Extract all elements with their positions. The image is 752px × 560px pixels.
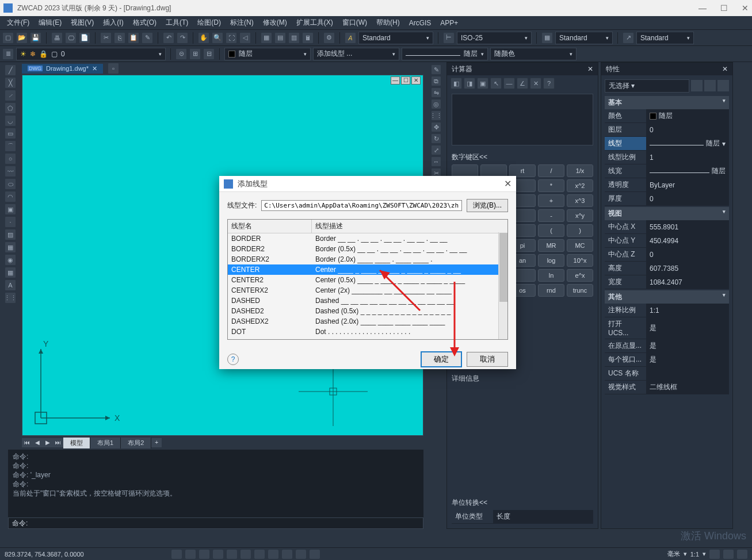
zoom-prev-icon[interactable]: ◁	[239, 32, 251, 44]
calc-key[interactable]: e^x	[567, 269, 593, 282]
toggle-pim-icon[interactable]	[717, 80, 729, 91]
tab-last-icon[interactable]: ⏭	[53, 438, 63, 447]
menu-item[interactable]: 标注(N)	[227, 17, 257, 29]
detail-header[interactable]: 详细信息	[452, 374, 593, 383]
linetype-row[interactable]: BORDERX2Border (2.0x) ____ ____ . ____ _…	[228, 254, 507, 264]
layer-iso-icon[interactable]: ⊞	[189, 48, 201, 60]
calc-key[interactable]: MC	[567, 239, 593, 252]
copy2-icon[interactable]: ⧉	[431, 76, 441, 86]
menu-item[interactable]: 文件(F)	[3, 17, 33, 29]
tab-first-icon[interactable]: ⏮	[22, 438, 32, 447]
calc-key[interactable]: /	[538, 164, 564, 177]
calc-key[interactable]: *	[538, 179, 564, 192]
dialog-close-icon[interactable]: ✕	[504, 178, 511, 189]
tab-add-icon[interactable]: +	[151, 438, 162, 447]
erase-icon[interactable]: ✎	[431, 64, 441, 75]
list-scrollbar[interactable]	[498, 232, 507, 339]
unit-conv-header[interactable]: 单位转换<<	[452, 498, 593, 508]
ws-icon[interactable]	[709, 550, 720, 559]
linetype-dropdown[interactable]: 添加线型 ...	[313, 48, 399, 60]
prop-ucs1-value[interactable]: 是	[646, 317, 729, 339]
prop-transp-value[interactable]: ByLayer	[646, 178, 729, 191]
layer-props-icon[interactable]: ≣	[2, 48, 14, 60]
undo-icon[interactable]: ↶	[163, 32, 174, 44]
prop-vstyle-value[interactable]: 二维线框	[646, 381, 729, 394]
calc-key[interactable]	[452, 164, 478, 177]
calc-key[interactable]	[480, 164, 507, 177]
linetype-row[interactable]: DASHEDDashed __ __ __ __ __ __ __ __ __ …	[228, 296, 507, 306]
menu-item[interactable]: 帮助(H)	[373, 17, 403, 29]
model-toggle[interactable]	[296, 550, 306, 559]
prop-cz-value[interactable]: 0	[646, 248, 729, 261]
tool-palette-icon[interactable]: ▥	[288, 32, 300, 44]
cancel-button[interactable]: 取消	[467, 352, 508, 367]
canvas-max-icon[interactable]: ☐	[401, 76, 410, 85]
otrack-toggle[interactable]	[241, 550, 251, 559]
linetype-row[interactable]: BORDER2Border (0.5x) __ __ . __ __ . __ …	[228, 244, 507, 254]
circle-icon[interactable]: ○	[5, 153, 16, 164]
prop-color-value[interactable]: 随层	[646, 109, 729, 122]
props-icon[interactable]: ▦	[261, 32, 272, 44]
ortho-toggle[interactable]	[199, 550, 209, 559]
prop-layer-value[interactable]: 0	[646, 123, 729, 136]
clean-icon[interactable]: ⚙	[323, 32, 335, 44]
select-obj-icon[interactable]	[704, 80, 716, 91]
numpad-header[interactable]: 数字键区<<	[452, 152, 593, 162]
calculator-display[interactable]	[452, 94, 593, 145]
point-icon[interactable]: ·	[5, 216, 16, 228]
prop-linetype-value[interactable]: 随层 ▾	[646, 137, 729, 150]
text-style-icon[interactable]: A	[345, 32, 356, 44]
menu-item[interactable]: 编辑(E)	[35, 17, 65, 29]
iso-icon[interactable]	[723, 550, 734, 559]
calc-pick-icon[interactable]: ↖	[490, 78, 502, 89]
linetype-row[interactable]: BORDERBorder __ __ . __ __ . __ __ . __ …	[228, 233, 507, 244]
browse-button[interactable]: 浏览(B)...	[467, 199, 508, 212]
command-input[interactable]	[32, 519, 419, 528]
text-style-dropdown[interactable]: Standard	[358, 32, 433, 44]
canvas-min-icon[interactable]: —	[391, 76, 400, 85]
quick-select-icon[interactable]	[691, 80, 703, 91]
block-icon[interactable]: ▣	[5, 204, 16, 215]
layer-dropdown[interactable]: ☀❄🔒▢ 0	[16, 48, 166, 60]
menu-item[interactable]: 工具(T)	[162, 17, 192, 29]
prop-thick-value[interactable]: 0	[646, 192, 729, 205]
cycle-toggle[interactable]	[282, 550, 292, 559]
scale-icon[interactable]: ⤢	[431, 145, 441, 155]
linetype-row[interactable]: CENTERX2Center (2x) ________ __ ________…	[228, 285, 507, 296]
spline-icon[interactable]: 〰	[5, 166, 16, 177]
calc-key[interactable]: 1/x	[567, 164, 593, 177]
arc2-icon[interactable]: ⌒	[5, 140, 16, 152]
prop-anno-value[interactable]: 1:1	[646, 304, 729, 317]
pan-icon[interactable]: ✋	[198, 32, 209, 44]
calculator-close-icon[interactable]: ✕	[587, 65, 593, 73]
linetype-row[interactable]: CENTERCenter ____ _ ____ _ ____ _ ____ _…	[228, 264, 507, 275]
layer-freeze-icon[interactable]: ⊟	[203, 48, 215, 60]
pline-icon[interactable]: ⟋	[5, 90, 16, 101]
array-icon[interactable]: ⋮⋮	[431, 110, 441, 121]
calc-key[interactable]: x^2	[567, 179, 593, 192]
plot-style-dropdown[interactable]: 随颜色	[490, 48, 577, 60]
zoom-icon[interactable]: 🔍	[212, 32, 223, 44]
calc-key[interactable]: MR	[538, 239, 564, 252]
design-center-icon[interactable]: ▤	[274, 32, 286, 44]
dim-style-dropdown[interactable]: ISO-25	[457, 32, 532, 44]
offset-icon[interactable]: ◎	[431, 99, 441, 109]
grid-icon[interactable]: ⋮⋮	[5, 292, 16, 304]
copy-icon[interactable]: ⎘	[114, 32, 125, 44]
close-button[interactable]: ✕	[742, 3, 749, 13]
linetype-row[interactable]: CENTER2Center (0.5x) ____ _ ____ _ ____ …	[228, 275, 507, 285]
help-icon[interactable]: ?	[227, 354, 239, 365]
menu-item[interactable]: 插入(I)	[100, 17, 127, 29]
calc-key[interactable]: rt	[509, 164, 536, 177]
table-style-dropdown[interactable]: Standard	[555, 32, 613, 44]
calc-clear-icon[interactable]: ◧	[451, 78, 462, 89]
linetype-row[interactable]: DASHEDX2Dashed (2.0x) ____ ____ ____ ___…	[228, 316, 507, 327]
close-tab-icon[interactable]: ✕	[92, 65, 97, 72]
calc-key[interactable]: x^y	[567, 209, 593, 222]
linetype-row[interactable]: DASHED2Dashed (0.5x) _ _ _ _ _ _ _ _ _ _…	[228, 306, 507, 316]
prop-width-value[interactable]: 1084.2407	[646, 275, 729, 289]
calc-dist-icon[interactable]: —	[503, 78, 515, 89]
tab-model[interactable]: 模型	[63, 438, 90, 448]
calc-int-icon[interactable]: ✕	[530, 78, 541, 89]
match-icon[interactable]: ✎	[142, 32, 153, 44]
